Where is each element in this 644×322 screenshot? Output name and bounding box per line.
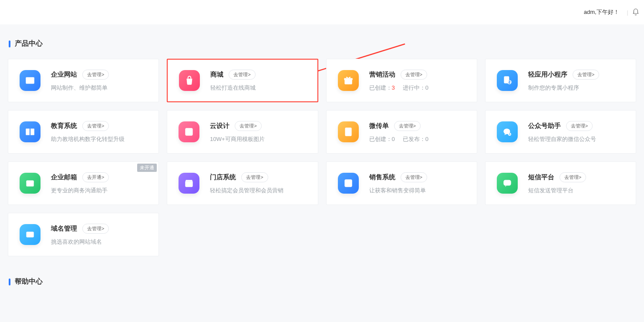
manage-button[interactable]: 去管理> [82,224,109,234]
svg-rect-23 [26,181,34,187]
manage-button[interactable]: 去管理> [566,121,593,131]
mail-icon [20,173,40,194]
manage-button[interactable]: 去管理> [235,121,261,131]
card-title: 教育系统 [51,122,77,130]
card-desc: 助力教培机构数字化转型升级 [51,135,149,143]
card-marketing[interactable]: 营销活动 去管理> 已创建：3 进行中：0 [326,59,477,102]
manage-button[interactable]: 去管理> [560,172,586,182]
bag-icon [179,70,200,91]
top-bar: adm,下午好！ | [0,0,644,24]
svg-rect-17 [345,127,351,136]
svg-rect-8 [347,78,348,84]
flyer-icon [338,121,359,142]
svg-point-30 [345,184,346,185]
section-title-help: 帮助中心 [9,277,636,286]
card-miniapp[interactable]: 轻应用小程序 去管理> 制作您的专属小程序 [485,59,636,102]
wechat-icon [497,121,518,142]
stat1-label: 已创建： [369,136,392,142]
page-content: 产品中心 企业网站 去管理> 网站制作、维护都简单 商城 [0,24,644,322]
svg-point-16 [187,130,189,131]
card-sales[interactable]: 销售系统 去管理> 让获客和销售变得简单 [326,161,477,205]
card-desc: 让获客和销售变得简单 [369,187,467,195]
stat1-value: 0 [392,136,395,142]
svg-rect-18 [346,129,350,131]
chat-icon [497,173,518,194]
manage-button[interactable]: 去管理> [229,70,255,80]
manage-button[interactable]: 去管理> [401,172,427,182]
stat2-value: 0 [425,84,428,91]
domain-icon: w.= [20,224,40,245]
card-sms[interactable]: 短信平台 去管理> 短信发送管理平台 [485,161,636,205]
card-education[interactable]: 教育系统 去管理> 助力教培机构数字化转型升级 [8,110,159,154]
miniapp-icon [497,70,518,91]
card-title: 商城 [210,70,223,79]
status-badge-not-activated: 未开通 [137,164,157,172]
stat1-value: 3 [392,84,395,91]
card-site[interactable]: 企业网站 去管理> 网站制作、维护都简单 [8,59,159,102]
notification-icon[interactable] [632,8,640,16]
card-desc: 短信发送管理平台 [528,187,626,195]
svg-point-3 [27,78,28,79]
svg-point-28 [345,181,346,182]
manage-button[interactable]: 去管理> [394,121,421,131]
card-stats: 已创建：3 进行中：0 [369,84,467,92]
card-store[interactable]: 门店系统 去管理> 轻松搞定会员管理和会员营销 [167,161,318,205]
card-mall[interactable]: 商城 去管理> 轻松打造在线商城 [167,59,318,102]
svg-rect-31 [503,180,511,185]
card-domain[interactable]: w.= 域名管理 去管理> 挑选喜欢的网站域名 [8,213,159,256]
user-greeting: adm,下午好！ [584,8,619,16]
card-desc: 网站制作、维护都简单 [51,84,149,92]
card-title: 域名管理 [51,225,77,233]
image-icon [179,121,199,142]
book-icon [20,121,40,142]
card-title: 云设计 [210,122,229,130]
manage-button[interactable]: 去管理> [241,172,268,182]
manage-button[interactable]: 去管理> [401,70,427,80]
card-desc: 10W+可商用模板图片 [210,135,308,143]
card-title: 企业邮箱 [51,173,77,181]
card-title: 销售系统 [369,173,395,181]
stat1-label: 已创建： [369,84,392,91]
gift-icon [338,70,359,91]
manage-button[interactable]: 去管理> [573,70,599,80]
card-desc: 更专业的商务沟通助手 [51,187,149,195]
card-title: 营销活动 [369,70,395,79]
card-desc: 轻松管理自家的微信公众号 [528,135,626,143]
svg-point-29 [345,183,346,184]
manage-button[interactable]: 去管理> [82,121,109,131]
section-title-products: 产品中心 [9,39,636,48]
card-title: 轻应用小程序 [528,70,567,79]
card-mail[interactable]: 未开通 企业邮箱 去开通> 更专业的商务沟通助手 [8,161,159,205]
card-title: 企业网站 [51,70,77,79]
card-stats: 已创建：0 已发布：0 [369,135,467,143]
card-desc: 轻松打造在线商城 [210,84,307,92]
card-desc: 轻松搞定会员管理和会员营销 [210,187,308,195]
card-desc: 制作您的专属小程序 [528,84,626,92]
card-title: 微传单 [369,122,389,130]
product-cards-grid: 企业网站 去管理> 网站制作、维护都简单 商城 去管理> 轻松打造在线商城 [8,59,636,256]
svg-point-5 [30,78,30,79]
card-title: 门店系统 [210,173,236,181]
svg-text:w.=: w.= [27,233,34,237]
store-icon [179,173,199,194]
stat2-label: 进行中： [403,84,425,91]
card-desc: 挑选喜欢的网站域名 [51,238,149,246]
manage-button[interactable]: 去管理> [82,70,109,80]
stat2-value: 0 [425,136,428,142]
card-title: 短信平台 [528,173,554,181]
card-title: 公众号助手 [528,122,561,130]
svg-point-4 [28,78,29,79]
card-wechat[interactable]: 公众号助手 去管理> 轻松管理自家的微信公众号 [485,110,636,154]
activate-button[interactable]: 去开通> [82,172,109,182]
window-icon [20,70,40,91]
list-icon [338,173,359,194]
topbar-divider: | [627,9,628,16]
card-flyer[interactable]: 微传单 去管理> 已创建：0 已发布：0 [326,110,477,154]
stat2-label: 已发布： [403,136,425,142]
card-design[interactable]: 云设计 去管理> 10W+可商用模板图片 [167,110,318,154]
